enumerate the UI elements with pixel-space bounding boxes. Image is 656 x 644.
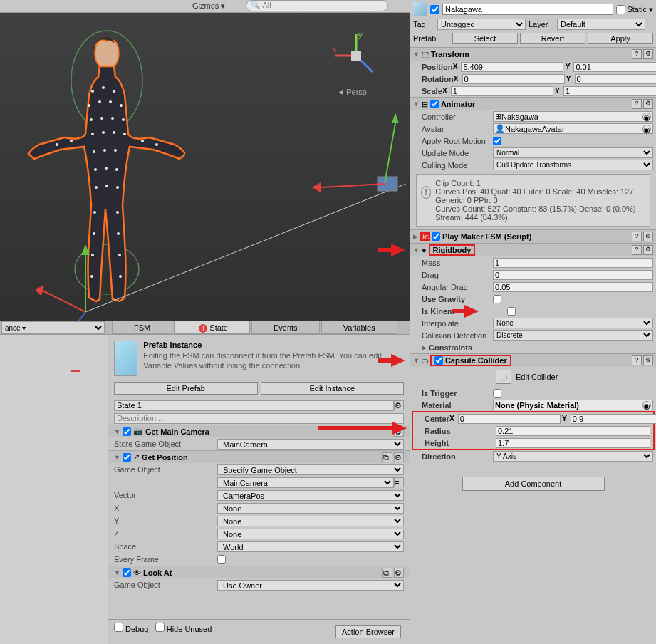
gear-icon[interactable]: ⚙: [643, 355, 653, 365]
svg-marker-47: [392, 113, 399, 123]
center-y-input[interactable]: [571, 414, 656, 424]
radius-input[interactable]: [496, 426, 650, 436]
space-select[interactable]: World: [217, 541, 404, 552]
scene-view[interactable]: Persp y x: [0, 13, 410, 321]
tag-select[interactable]: Untagged: [437, 19, 526, 30]
help-icon[interactable]: ?: [632, 99, 642, 109]
fsm-graph-area[interactable]: [0, 335, 108, 644]
y-select[interactable]: None: [217, 516, 404, 526]
vector-select[interactable]: CameraPos: [217, 490, 404, 501]
tab-state[interactable]: ! State: [174, 321, 250, 334]
object-picker-icon[interactable]: ◉: [642, 401, 651, 410]
edit-prefab-button[interactable]: Edit Prefab: [114, 382, 258, 395]
svg-text:x: x: [333, 45, 337, 53]
get-position-toggle[interactable]: [123, 453, 131, 462]
debug-checkbox[interactable]: [114, 623, 123, 632]
is-trigger-checkbox[interactable]: [493, 389, 501, 398]
tab-events[interactable]: Events: [251, 321, 320, 334]
rot-y-input[interactable]: [575, 74, 656, 84]
help-icon[interactable]: ?: [632, 49, 642, 59]
interpolate-select[interactable]: None: [493, 318, 653, 328]
lookat-object-select[interactable]: Use Owner: [217, 580, 404, 591]
prefab-select-button[interactable]: Select: [452, 33, 518, 44]
controller-field[interactable]: ⊞Nakagawa◉: [493, 111, 653, 122]
scene-viewport: Gizmos ▾ 🔍 All: [0, 0, 410, 321]
capsule-enabled-checkbox[interactable]: [434, 356, 443, 365]
svg-text:y: y: [358, 31, 363, 39]
game-object-target[interactable]: MainCamera: [217, 477, 394, 488]
static-checkbox[interactable]: [616, 5, 625, 14]
center-x-input[interactable]: [458, 414, 561, 424]
state-settings-icon[interactable]: ⚙: [394, 400, 404, 410]
fsm-selector[interactable]: ance ▾: [1, 321, 105, 334]
copy-icon[interactable]: ⧉: [382, 452, 392, 462]
help-icon[interactable]: ?: [632, 355, 642, 365]
section-title: Look At: [143, 568, 382, 577]
action-browser-button[interactable]: Action Browser: [335, 625, 401, 638]
gizmo-dropdown[interactable]: Gizmos ▾: [192, 1, 225, 11]
svg-point-4: [113, 90, 115, 93]
culling-mode-select[interactable]: Cull Update Transforms: [493, 160, 653, 170]
collision-detect-select[interactable]: Discrete: [493, 330, 653, 341]
hide-unused-checkbox[interactable]: [155, 623, 165, 632]
tab-variables[interactable]: Variables: [321, 321, 397, 334]
gear-icon[interactable]: ⚙: [643, 99, 653, 109]
layer-select[interactable]: Default: [557, 19, 645, 30]
scale-x-input[interactable]: [451, 86, 553, 96]
animator-enabled-checkbox[interactable]: [430, 100, 439, 108]
physic-material-field[interactable]: None (Physic Material)◉: [493, 400, 653, 410]
scene-search-input[interactable]: 🔍 All: [246, 0, 388, 11]
every-frame-checkbox[interactable]: [217, 555, 226, 564]
copy-icon[interactable]: ⧉: [382, 568, 392, 578]
avatar-field[interactable]: 👤NakagawaAvatar◉: [493, 123, 653, 134]
pos-y-input[interactable]: [573, 62, 656, 72]
mass-input[interactable]: [493, 258, 653, 268]
use-gravity-checkbox[interactable]: [493, 295, 501, 303]
drag-input[interactable]: [493, 270, 653, 280]
edit-collider-button[interactable]: ⬚: [496, 370, 511, 384]
object-active-checkbox[interactable]: [430, 5, 439, 14]
object-name-input[interactable]: [442, 4, 613, 15]
x-select[interactable]: None: [217, 503, 404, 514]
svg-marker-49: [312, 182, 321, 192]
object-picker-icon[interactable]: ◉: [642, 113, 651, 121]
height-input[interactable]: [496, 438, 650, 448]
info-icon: !: [421, 186, 431, 199]
update-mode-select[interactable]: Normal: [493, 147, 653, 158]
transform-gizmo[interactable]: [36, 105, 406, 326]
scale-y-input[interactable]: [563, 86, 656, 96]
playmaker-enabled-checkbox[interactable]: [432, 232, 440, 241]
gear-icon[interactable]: ⚙: [394, 452, 404, 462]
gear-icon[interactable]: ⚙: [643, 232, 653, 242]
add-component-button[interactable]: Add Component: [462, 477, 605, 491]
game-object-select[interactable]: Specify Game Object: [217, 464, 404, 475]
z-select[interactable]: None: [217, 529, 404, 539]
gear-icon[interactable]: ⚙: [394, 568, 404, 578]
playmaker-icon: 玩: [420, 232, 430, 242]
svg-point-3: [102, 86, 105, 89]
gear-icon[interactable]: ⚙: [643, 49, 653, 59]
animator-info: !Clip Count: 1 Curves Pos: 40 Quat: 40 E…: [416, 174, 650, 227]
rot-x-input[interactable]: [462, 74, 565, 84]
gear-icon[interactable]: ⚙: [643, 245, 653, 255]
state-name-input[interactable]: [114, 400, 394, 411]
pos-x-input[interactable]: [461, 62, 563, 72]
store-object-select[interactable]: MainCamera: [217, 439, 404, 450]
is-kinematic-checkbox[interactable]: [507, 307, 516, 316]
svg-point-7: [109, 100, 112, 103]
help-icon[interactable]: ?: [632, 232, 642, 242]
angular-drag-input[interactable]: [493, 282, 653, 292]
get-main-camera-toggle[interactable]: [123, 427, 131, 436]
orientation-gizmo[interactable]: y x: [331, 31, 381, 80]
look-at-toggle[interactable]: [123, 568, 131, 577]
help-icon[interactable]: ?: [632, 245, 642, 255]
root-motion-checkbox[interactable]: [493, 137, 501, 145]
edit-instance-button[interactable]: Edit Instance: [261, 382, 405, 395]
object-picker-icon[interactable]: ◉: [642, 125, 651, 133]
prefab-revert-button[interactable]: Revert: [520, 33, 585, 44]
direction-select[interactable]: Y-Axis: [493, 451, 653, 462]
svg-marker-51: [81, 244, 90, 255]
prefab-apply-button[interactable]: Apply: [588, 33, 653, 44]
tab-fsm[interactable]: FSM: [112, 321, 172, 334]
svg-line-44: [85, 184, 406, 312]
